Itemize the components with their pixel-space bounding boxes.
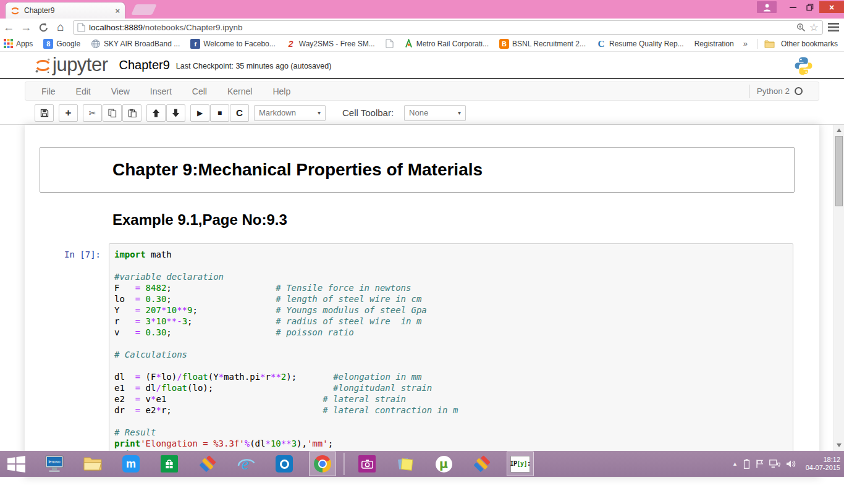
- back-button[interactable]: ←: [0, 21, 17, 34]
- bookmark-item[interactable]: 2Way2SMS - Free SM...: [286, 39, 375, 49]
- tray-expand-icon[interactable]: ▲: [732, 461, 738, 467]
- scroll-down-icon[interactable]: [837, 443, 842, 447]
- menu-help[interactable]: Help: [272, 86, 290, 96]
- bookmarks-list: Apps8GoogleSKY AIR BroadBand ...fWelcome…: [4, 39, 740, 49]
- move-down-button[interactable]: [166, 104, 185, 122]
- stop-button[interactable]: ■: [210, 104, 229, 122]
- notebook-container: Chapter 9:Mechanical Properties of Mater…: [25, 125, 819, 477]
- bookmark-item[interactable]: Metro Rail Corporati...: [404, 39, 489, 48]
- code-cell[interactable]: In [7]: import math #variable declaratio…: [25, 243, 819, 466]
- volume-icon[interactable]: [786, 459, 796, 469]
- paste-button[interactable]: [122, 104, 141, 122]
- taskbar-disc-app[interactable]: [271, 452, 298, 476]
- scroll-up-icon[interactable]: [837, 128, 842, 132]
- taskbar-clock[interactable]: 18:12 04-07-2015: [802, 456, 840, 472]
- taskbar-chrome[interactable]: [309, 452, 336, 476]
- notebook-toolbar: +✂▶■C Markdown ▾ Cell Toolbar: None ▾: [0, 101, 844, 125]
- taskbar-bluestacks-2[interactable]: [468, 452, 496, 476]
- browser-tab[interactable]: Chapter9 ×: [5, 2, 125, 19]
- code-line: [114, 360, 788, 371]
- code-input-area[interactable]: import math #variable declarationF = 848…: [109, 243, 793, 466]
- bookmark-item[interactable]: SKY AIR BroadBand ...: [91, 39, 180, 49]
- menu-edit[interactable]: Edit: [76, 86, 91, 96]
- copy-icon: [108, 109, 117, 117]
- home-button[interactable]: ⌂: [52, 20, 69, 34]
- taskbar-file-explorer[interactable]: [79, 452, 106, 476]
- run-button[interactable]: ▶: [190, 104, 209, 122]
- cut-button[interactable]: ✂: [83, 104, 102, 122]
- cell-toolbar-select[interactable]: None ▾: [404, 105, 466, 121]
- reload-button[interactable]: [35, 22, 52, 33]
- cell-type-select[interactable]: Markdown ▾: [254, 105, 326, 121]
- bookmark-label: Registration: [694, 40, 734, 48]
- code-line: F = 8482; # Tensile force in newtons: [114, 282, 788, 293]
- menu-kernel[interactable]: Kernel: [227, 86, 252, 96]
- stop-icon: ■: [217, 109, 222, 117]
- page-icon: [386, 39, 394, 48]
- menubar-wrap: FileEditViewInsertCellKernelHelp Python …: [0, 79, 844, 101]
- restart-button[interactable]: C: [230, 104, 249, 122]
- tab-close-icon[interactable]: ×: [115, 6, 120, 15]
- code-line: dl = (F*lo)/float(Y*math.pi*r**2); #elon…: [114, 371, 788, 382]
- bookmark-item[interactable]: CResume Quality Rep...: [596, 39, 684, 49]
- vertical-scrollbar[interactable]: [833, 125, 844, 451]
- lenovo-monitor-icon: lenovo: [45, 455, 64, 472]
- chevron-down-icon: ▾: [318, 109, 321, 116]
- zoom-icon[interactable]: [796, 23, 806, 32]
- menu-cell[interactable]: Cell: [192, 86, 207, 96]
- taskbar-bluestacks[interactable]: [194, 452, 221, 476]
- bookmark-item[interactable]: Registration: [694, 40, 734, 48]
- svg-text:e: e: [242, 455, 249, 472]
- taskbar-sticky-notes[interactable]: [392, 452, 419, 476]
- bookmark-label: SKY AIR BroadBand ...: [104, 40, 180, 48]
- move-up-button[interactable]: [146, 104, 166, 122]
- taskbar-start-button[interactable]: [2, 452, 30, 476]
- save-icon: [40, 109, 49, 117]
- bluestacks-icon: [473, 455, 491, 472]
- save-button[interactable]: [35, 104, 54, 122]
- url-bar[interactable]: localhost:8889/notebooks/Chapter9.ipynb …: [73, 20, 823, 35]
- notebook-title[interactable]: Chapter9: [119, 58, 170, 72]
- bookmark-item[interactable]: [386, 39, 394, 48]
- restore-button[interactable]: [802, 1, 818, 13]
- menu-view[interactable]: View: [111, 86, 130, 96]
- bookmark-item[interactable]: BBSNL Recruitment 2...: [499, 39, 586, 49]
- svg-text:lenovo: lenovo: [48, 460, 61, 464]
- code-line: Y = 207*10**9; # Youngs modulus of steel…: [114, 304, 788, 316]
- add-cell-button[interactable]: +: [59, 104, 78, 122]
- bookmark-item[interactable]: 8Google: [43, 39, 80, 49]
- close-button[interactable]: ×: [819, 1, 844, 13]
- taskbar-internet-explorer[interactable]: e: [232, 452, 260, 476]
- jupyter-logo[interactable]: jupyter: [35, 56, 108, 74]
- markdown-cell[interactable]: Example 9.1,Page No:9.3: [25, 199, 819, 233]
- taskbar-camera-app[interactable]: [353, 452, 381, 476]
- new-tab-button[interactable]: [131, 4, 157, 15]
- chrome-menu-icon[interactable]: [828, 23, 839, 32]
- bookmarks-right: » Other bookmarks: [740, 39, 840, 49]
- profile-button[interactable]: [757, 1, 777, 13]
- taskbar-utorrent[interactable]: µ: [430, 452, 457, 476]
- scrollbar-thumb[interactable]: [835, 136, 843, 206]
- taskbar-windows-store[interactable]: [156, 452, 183, 476]
- example-heading: Example 9.1,Page No:9.3: [112, 211, 819, 229]
- action-center-flag-icon[interactable]: [756, 459, 764, 469]
- menu-file[interactable]: File: [41, 86, 56, 96]
- bookmark-item[interactable]: fWelcome to Facebo...: [190, 39, 276, 49]
- markdown-cell-selected[interactable]: Chapter 9:Mechanical Properties of Mater…: [40, 147, 795, 193]
- bookmark-item[interactable]: Apps: [4, 39, 33, 48]
- copy-button[interactable]: [103, 104, 122, 122]
- menu-insert[interactable]: Insert: [150, 86, 172, 96]
- forward-button[interactable]: →: [17, 21, 35, 34]
- minimize-button[interactable]: [785, 1, 801, 13]
- taskbar-ipython-console[interactable]: IP[y]:: [507, 452, 534, 476]
- toolbar-button-group: ✂: [83, 104, 141, 122]
- network-icon[interactable]: [769, 459, 780, 469]
- other-bookmarks-button[interactable]: Other bookmarks: [781, 40, 838, 48]
- bookmarks-overflow-chevron[interactable]: »: [740, 39, 751, 48]
- maxthon-icon: m: [122, 455, 140, 472]
- taskbar-lenovo-app[interactable]: lenovo: [41, 452, 68, 476]
- taskbar-maxthon-browser[interactable]: m: [117, 452, 145, 476]
- bookmark-star-icon[interactable]: ☆: [809, 22, 819, 33]
- battery-icon[interactable]: [743, 458, 750, 469]
- clock-time: 18:12: [802, 456, 840, 464]
